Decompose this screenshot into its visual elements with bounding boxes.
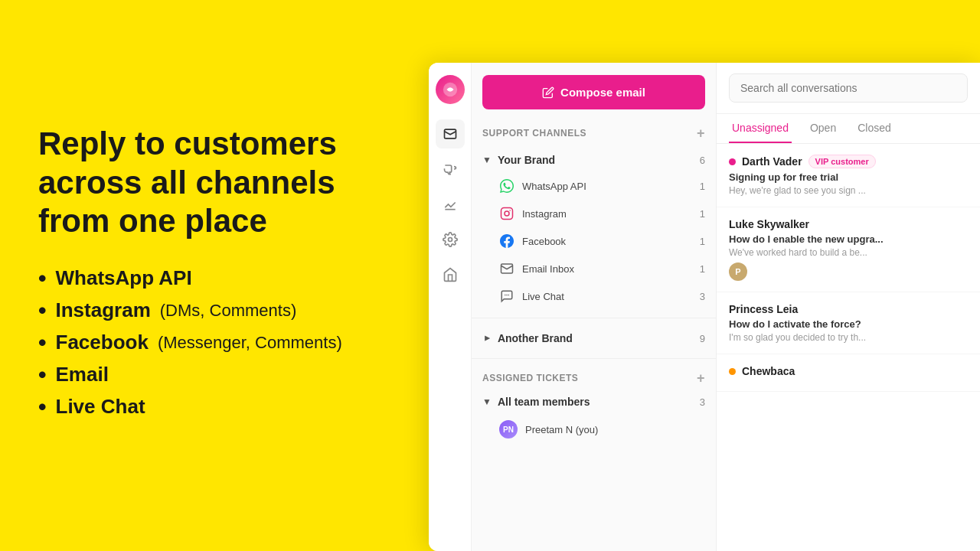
add-channel-button[interactable]: +	[697, 126, 705, 140]
app-panel: Compose email Support channels + ▼ Your …	[429, 63, 980, 551]
svg-point-5	[505, 211, 509, 216]
svg-point-9	[506, 295, 508, 296]
member-avatar: PN	[499, 420, 518, 439]
assigned-tickets-header: Assigned tickets +	[472, 367, 716, 390]
svg-point-3	[448, 238, 452, 242]
feature-email: Email	[38, 362, 390, 388]
member-item-preetam[interactable]: PN Preetam N (you)	[472, 414, 716, 445]
conversation-list: Darth Vader VIP customer Signing up for …	[717, 144, 980, 551]
conversation-luke-skywalker[interactable]: Luke Skywalker How do I enable the new u…	[717, 207, 980, 292]
whatsapp-icon	[499, 178, 514, 194]
channel-item-email-inbox[interactable]: Email Inbox 1	[472, 255, 716, 282]
svg-point-6	[509, 210, 511, 211]
online-indicator	[729, 158, 736, 165]
online-indicator-orange	[729, 368, 736, 375]
feature-list: WhatsApp API Instagram (DMs, Comments) F…	[38, 266, 390, 426]
sidebar-reports-icon[interactable]	[436, 190, 465, 219]
tab-closed[interactable]: Closed	[854, 114, 894, 143]
add-assigned-button[interactable]: +	[697, 371, 705, 385]
facebook-icon	[499, 233, 514, 249]
app-logo[interactable]	[436, 75, 465, 104]
search-input[interactable]	[729, 73, 968, 103]
divider-2	[472, 358, 716, 359]
instagram-icon	[499, 206, 514, 221]
conversation-tabs: Unassigned Open Closed	[717, 114, 980, 144]
conversations-panel: Unassigned Open Closed Darth Vader VIP c…	[717, 63, 980, 551]
hero-title: Reply to customers across all channels f…	[38, 125, 390, 240]
feature-livechat: Live Chat	[38, 394, 390, 420]
compose-email-button[interactable]: Compose email	[482, 75, 705, 109]
vip-badge: VIP customer	[808, 155, 876, 168]
sidebar-icons	[429, 63, 472, 551]
assigned-tickets-section: Assigned tickets + ▼ All team members 3 …	[472, 367, 716, 445]
sidebar-home-icon[interactable]	[436, 260, 465, 289]
divider	[472, 318, 716, 318]
feature-facebook: Facebook (Messenger, Comments)	[38, 330, 390, 356]
left-panel: Reply to customers across all channels f…	[0, 0, 429, 551]
conversation-princess-leia[interactable]: Princess Leia How do I activate the forc…	[717, 292, 980, 354]
chevron-down-all-icon: ▼	[482, 396, 492, 407]
svg-point-10	[508, 295, 510, 296]
channel-item-facebook[interactable]: Facebook 1	[472, 227, 716, 255]
svg-rect-4	[501, 208, 513, 220]
chevron-right-icon: ▼	[482, 334, 492, 343]
sidebar-inbox-icon[interactable]	[436, 119, 465, 148]
chevron-down-icon: ▼	[482, 155, 492, 165]
agent-avatar: P	[729, 262, 747, 281]
search-bar	[717, 63, 980, 114]
channel-nav: Compose email Support channels + ▼ Your …	[472, 63, 717, 551]
conversation-darth-vader[interactable]: Darth Vader VIP customer Signing up for …	[717, 144, 980, 207]
feature-whatsapp: WhatsApp API	[38, 266, 390, 292]
tab-unassigned[interactable]: Unassigned	[729, 114, 792, 143]
tab-open[interactable]: Open	[807, 114, 839, 143]
all-team-header[interactable]: ▼ All team members 3	[472, 390, 716, 414]
brand-header-another-brand[interactable]: ▼ Another Brand 9	[472, 326, 716, 350]
feature-instagram: Instagram (DMs, Comments)	[38, 298, 390, 324]
support-channels-header: Support channels +	[472, 122, 716, 145]
svg-point-8	[505, 295, 506, 296]
brand-header-your-brand[interactable]: ▼ Your Brand 6	[472, 148, 716, 172]
channel-item-instagram[interactable]: Instagram 1	[472, 200, 716, 227]
brand-group-another-brand: ▼ Another Brand 9	[472, 323, 716, 354]
chat-icon	[499, 289, 514, 304]
sidebar-megaphone-icon[interactable]	[436, 155, 465, 184]
conversation-chewbaca[interactable]: Chewbaca	[717, 354, 980, 392]
channel-item-live-chat[interactable]: Live Chat 3	[472, 282, 716, 310]
sidebar-settings-icon[interactable]	[436, 225, 465, 254]
channel-item-whatsapp[interactable]: WhatsApp API 1	[472, 172, 716, 200]
email-icon	[499, 261, 514, 276]
brand-group-your-brand: ▼ Your Brand 6 WhatsApp API 1	[472, 145, 716, 313]
